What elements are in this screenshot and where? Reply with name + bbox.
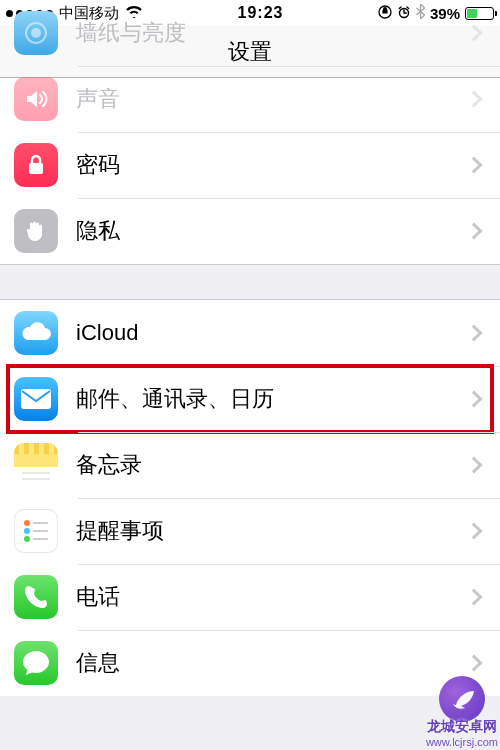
row-label: 电话	[76, 582, 468, 612]
lock-icon	[14, 143, 58, 187]
row-phone[interactable]: 电话	[0, 564, 500, 630]
row-privacy[interactable]: 隐私	[0, 198, 500, 264]
phone-icon	[14, 575, 58, 619]
sound-icon	[14, 77, 58, 121]
svg-rect-4	[29, 163, 43, 174]
row-label: iCloud	[76, 320, 468, 346]
chevron-right-icon	[466, 91, 483, 108]
chevron-right-icon	[466, 523, 483, 540]
row-wallpaper[interactable]: 墙纸与亮度	[0, 0, 500, 66]
group-general: 墙纸与亮度 声音 密码 隐私	[0, 0, 500, 264]
svg-point-9	[24, 528, 30, 534]
wallpaper-icon	[14, 11, 58, 55]
cloud-icon	[14, 311, 58, 355]
chevron-right-icon	[466, 655, 483, 672]
chevron-right-icon	[466, 157, 483, 174]
chevron-right-icon	[466, 223, 483, 240]
row-sound[interactable]: 声音	[0, 66, 500, 132]
row-label: 声音	[76, 84, 468, 114]
chevron-right-icon	[466, 391, 483, 408]
row-label: 信息	[76, 648, 468, 678]
watermark-name: 龙城安卓网	[427, 718, 497, 736]
row-notes[interactable]: 备忘录	[0, 432, 500, 498]
svg-point-8	[24, 520, 30, 526]
group-accounts: iCloud 邮件、通讯录、日历 备忘录 提醒事项	[0, 300, 500, 696]
svg-rect-5	[21, 389, 51, 409]
group-separator	[0, 264, 500, 300]
messages-icon	[14, 641, 58, 685]
reminders-icon	[14, 509, 58, 553]
row-icloud[interactable]: iCloud	[0, 300, 500, 366]
mail-icon	[14, 377, 58, 421]
watermark: 龙城安卓网 www.lcjrsj.com	[426, 676, 498, 748]
notes-icon	[14, 443, 58, 487]
row-reminders[interactable]: 提醒事项	[0, 498, 500, 564]
row-mail-contacts-calendar[interactable]: 邮件、通讯录、日历	[0, 366, 500, 432]
settings-screen: 中国移动 19:23 39% 设置	[0, 0, 500, 750]
chevron-right-icon	[466, 25, 483, 42]
svg-point-3	[31, 28, 41, 38]
chevron-right-icon	[466, 589, 483, 606]
row-label: 邮件、通讯录、日历	[76, 384, 468, 414]
chevron-right-icon	[466, 325, 483, 342]
row-label: 备忘录	[76, 450, 468, 480]
hand-icon	[14, 209, 58, 253]
svg-point-10	[24, 536, 30, 542]
watermark-logo-icon	[439, 676, 485, 722]
row-password[interactable]: 密码	[0, 132, 500, 198]
chevron-right-icon	[466, 457, 483, 474]
row-label: 隐私	[76, 216, 468, 246]
watermark-url: www.lcjrsj.com	[426, 736, 498, 748]
row-label: 墙纸与亮度	[76, 18, 468, 48]
row-label: 密码	[76, 150, 468, 180]
row-label: 提醒事项	[76, 516, 468, 546]
